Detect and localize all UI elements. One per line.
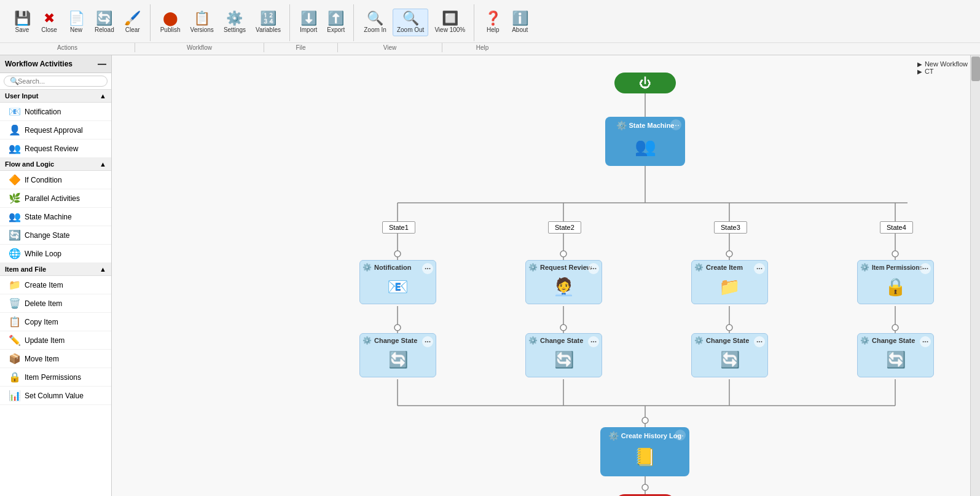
vertical-scrollbar[interactable]: [970, 55, 980, 496]
sidebar-item-notification[interactable]: 📧 Notification: [0, 103, 111, 121]
sidebar-item-while-loop[interactable]: 🌐 While Loop: [0, 245, 111, 263]
section-flow-logic[interactable]: Flow and Logic ▲: [0, 158, 111, 171]
sidebar-item-create-item[interactable]: 📁 Create Item: [0, 276, 111, 294]
reload-button[interactable]: 🔄 Reload: [91, 9, 118, 36]
help-button[interactable]: ❓ Help: [480, 9, 505, 36]
while-loop-icon: 🌐: [9, 248, 21, 259]
export-button[interactable]: ⬆️ Export: [323, 9, 348, 36]
import-label: Import: [300, 26, 317, 33]
svg-point-24: [726, 251, 732, 257]
sidebar-item-copy-item[interactable]: 📋 Copy Item: [0, 313, 111, 331]
change-state-1-activity[interactable]: ⚙️ Change State ··· 🔄: [359, 333, 436, 377]
cs1-menu-btn[interactable]: ···: [422, 336, 433, 347]
item-permissions-menu-btn[interactable]: ···: [920, 263, 931, 274]
zoom-out-button[interactable]: 🔍 Zoom Out: [393, 9, 428, 36]
state-machine-node[interactable]: ⚙️ State Machine 👥 ···: [605, 117, 685, 166]
sidebar-item-state-machine[interactable]: 👥 State Machine: [0, 208, 111, 226]
update-item-icon: ✏️: [9, 334, 21, 346]
sidebar-item-delete-item[interactable]: 🗑️ Delete Item: [0, 294, 111, 313]
sidebar-header: Workflow Activities —: [0, 55, 111, 73]
variables-icon: 🔢: [260, 12, 276, 25]
settings-icon: ⚙️: [226, 12, 243, 25]
item-permissions-title-row: ⚙️ Item Permissions ···: [860, 263, 931, 272]
item-file-items: 📁 Create Item 🗑️ Delete Item 📋 Copy Item…: [0, 276, 111, 405]
actions-group-label: Actions: [0, 43, 135, 52]
notification-icon-area: 📧: [387, 272, 409, 301]
create-item-menu-btn[interactable]: ···: [754, 263, 765, 274]
reload-label: Reload: [95, 26, 114, 33]
change-state-2-activity[interactable]: ⚙️ Change State ··· 🔄: [525, 333, 602, 377]
history-log-activity-icon: 📒: [634, 447, 656, 467]
svg-point-23: [560, 251, 566, 257]
clear-icon: 🖌️: [124, 12, 141, 25]
sidebar-item-parallel-activities[interactable]: 🌿 Parallel Activities: [0, 189, 111, 208]
toolbar-group-help: ❓ Help ℹ️ About: [476, 4, 537, 41]
cs4-activity-icon: 🔄: [886, 350, 906, 369]
variables-button[interactable]: 🔢 Variables: [252, 9, 284, 36]
state-machine-menu-btn[interactable]: ···: [670, 119, 681, 130]
sidebar-item-set-column-value[interactable]: 📊 Set Column Value: [0, 387, 111, 405]
sidebar-item-change-state[interactable]: 🔄 Change State: [0, 226, 111, 245]
toolbar-group-view: 🔍 Zoom In 🔍 Zoom Out 🔲 View 100%: [355, 4, 474, 41]
import-button[interactable]: ⬇️ Import: [296, 9, 321, 36]
sidebar: Workflow Activities — 🔍 User Input ▲ 📧 N…: [0, 55, 112, 496]
sidebar-collapse-icon[interactable]: —: [98, 59, 106, 69]
history-log-gear-icon: ⚙️: [608, 431, 619, 441]
notification-menu-btn[interactable]: ···: [422, 263, 433, 274]
sidebar-item-if-condition[interactable]: 🔶 If Condition: [0, 171, 111, 189]
cs4-menu-btn[interactable]: ···: [920, 336, 931, 347]
request-review-activity[interactable]: ⚙️ Request Review ··· 🧑‍💼: [525, 260, 602, 304]
sidebar-item-request-approval[interactable]: 👤 Request Approval: [0, 121, 111, 140]
history-log-node[interactable]: ⚙️ Create History Log 📒 ···: [600, 427, 689, 476]
sidebar-item-request-review[interactable]: 👥 Request Review: [0, 140, 111, 158]
sidebar-content: User Input ▲ 📧 Notification 👤 Request Ap…: [0, 90, 111, 496]
state4-label: State4: [880, 221, 913, 234]
versions-button[interactable]: 📋 Versions: [187, 9, 218, 36]
state-machine-icon-area: 👥: [635, 130, 656, 162]
item-permissions-activity[interactable]: ⚙️ Item Permissions ··· 🔒: [857, 260, 934, 304]
cs2-menu-btn[interactable]: ···: [588, 336, 599, 347]
create-item-activity[interactable]: ⚙️ Create Item ··· 📁: [691, 260, 768, 304]
history-log-menu-btn[interactable]: ···: [675, 430, 686, 441]
cs3-icon-area: 🔄: [720, 345, 740, 374]
change-state-3-activity[interactable]: ⚙️ Change State ··· 🔄: [691, 333, 768, 377]
sidebar-item-item-permissions[interactable]: 🔒 Item Permissions: [0, 368, 111, 387]
zoom-in-button[interactable]: 🔍 Zoom In: [360, 9, 390, 36]
start-node[interactable]: ⏻: [614, 73, 676, 93]
search-input[interactable]: [4, 76, 108, 87]
close-button[interactable]: ✖ Close: [37, 9, 61, 36]
svg-point-26: [394, 325, 401, 331]
sidebar-item-move-item[interactable]: 📦 Move Item: [0, 350, 111, 368]
new-button[interactable]: 📄 New: [64, 9, 88, 36]
notification-title: Notification: [374, 264, 412, 271]
cs3-gear-icon: ⚙️: [694, 336, 704, 345]
main-area: Workflow Activities — 🔍 User Input ▲ 📧 N…: [0, 55, 980, 496]
publish-button[interactable]: ⬤ Publish: [157, 9, 184, 36]
new-icon: 📄: [68, 12, 85, 25]
section-user-input[interactable]: User Input ▲: [0, 90, 111, 103]
sidebar-item-update-item[interactable]: ✏️ Update Item: [0, 331, 111, 350]
create-item-activity-icon: 📁: [719, 277, 740, 297]
settings-button[interactable]: ⚙️ Settings: [220, 9, 249, 36]
workflow-group-label: Workflow: [135, 43, 264, 52]
zoom-out-label: Zoom Out: [397, 26, 424, 33]
view100-button[interactable]: 🔲 View 100%: [431, 9, 469, 36]
view100-icon: 🔲: [442, 12, 458, 25]
about-button[interactable]: ℹ️ About: [508, 9, 532, 36]
svg-point-28: [726, 325, 732, 331]
change-state-4-activity[interactable]: ⚙️ Change State ··· 🔄: [857, 333, 934, 377]
state-machine-icon: 👥: [9, 211, 21, 222]
cs3-menu-btn[interactable]: ···: [754, 336, 765, 347]
scrollbar-thumb[interactable]: [971, 57, 980, 81]
cs1-gear-icon: ⚙️: [363, 336, 372, 345]
notification-activity[interactable]: ⚙️ Notification ··· 📧: [359, 260, 436, 304]
section-item-file[interactable]: Item and File ▲: [0, 263, 111, 276]
request-review-title-row: ⚙️ Request Review ···: [528, 263, 599, 272]
notification-icon: 📧: [9, 106, 21, 117]
zoom-out-icon: 🔍: [402, 12, 419, 25]
save-button[interactable]: 💾 Save: [10, 9, 34, 36]
save-icon: 💾: [14, 12, 31, 25]
clear-button[interactable]: 🖌️ Clear: [120, 9, 145, 36]
item-permissions-icon: 🔒: [9, 371, 21, 383]
request-review-menu-btn[interactable]: ···: [588, 263, 599, 274]
